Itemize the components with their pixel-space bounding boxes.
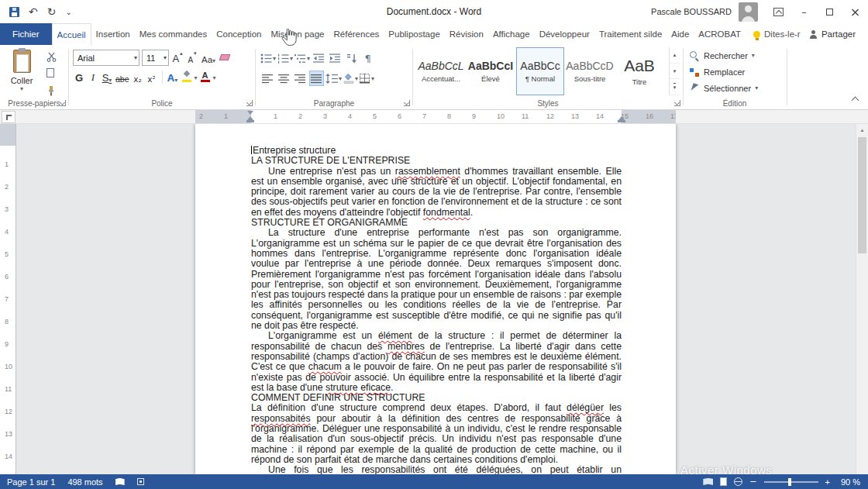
bullets-icon[interactable]: ▾: [260, 50, 276, 66]
align-left-icon[interactable]: [260, 71, 275, 86]
chevron-down-icon[interactable]: ▾: [132, 54, 137, 61]
tell-me[interactable]: Dites-le-r: [753, 23, 801, 45]
font-color-button[interactable]: A: [199, 70, 212, 85]
tab-publipostage[interactable]: Publipostage: [384, 23, 445, 45]
text-effects-button[interactable]: A▾: [167, 70, 179, 85]
font-dialog-launcher[interactable]: [246, 100, 253, 106]
collapse-ribbon-icon[interactable]: [852, 96, 859, 103]
scroll-up-icon[interactable]: ▴: [856, 124, 868, 136]
left-indent-marker[interactable]: [246, 120, 254, 122]
vertical-scrollbar[interactable]: ▴: [856, 124, 868, 474]
numbering-icon[interactable]: ▾: [277, 50, 293, 66]
user-avatar[interactable]: [739, 2, 758, 22]
underline-button[interactable]: S▾: [101, 70, 113, 85]
tab-références[interactable]: Références: [329, 23, 384, 45]
read-mode-icon[interactable]: [703, 478, 713, 485]
web-layout-icon[interactable]: [734, 477, 742, 486]
tab-aide[interactable]: Aide: [666, 23, 694, 45]
zoom-slider-thumb[interactable]: [788, 478, 791, 486]
tab-mes-commandes[interactable]: Mes commandes: [135, 23, 212, 45]
superscript-button[interactable]: x²: [146, 70, 158, 85]
increase-indent-icon[interactable]: [328, 50, 343, 66]
align-right-icon[interactable]: [293, 71, 308, 86]
italic-button[interactable]: I: [87, 70, 99, 85]
tab-traitement-silde[interactable]: Traitement silde: [594, 23, 666, 45]
borders-icon[interactable]: ▾: [360, 71, 374, 86]
save-icon[interactable]: [9, 7, 19, 17]
font-size-select[interactable]: 11 ▾: [142, 50, 169, 66]
document-text[interactable]: Entreprise structureLA STRUCTURE DE L'EN…: [251, 146, 622, 474]
style-accentuat[interactable]: AaBbCcLAccentuat...: [417, 47, 465, 95]
zoom-out-button[interactable]: −: [749, 477, 756, 487]
paragraph-dialog-launcher[interactable]: [404, 100, 410, 106]
minimize-button[interactable]: –: [791, 0, 817, 23]
shading-icon[interactable]: ▾: [343, 71, 358, 86]
align-center-icon[interactable]: [277, 71, 291, 86]
zoom-level[interactable]: 90 %: [837, 477, 860, 487]
multilevel-list-icon[interactable]: ▾: [294, 50, 310, 66]
clipboard-dialog-launcher[interactable]: [60, 100, 66, 106]
share-button[interactable]: Partager: [809, 23, 856, 45]
styles-dialog-launcher[interactable]: [674, 100, 680, 106]
justify-icon[interactable]: [309, 71, 324, 86]
font-family-select[interactable]: Arial ▾: [73, 50, 140, 66]
close-button[interactable]: ×: [842, 0, 868, 23]
tab-selector[interactable]: [2, 111, 16, 123]
style-titre[interactable]: AaBTitre: [615, 47, 663, 95]
rechercher-button[interactable]: Rechercher▾: [690, 47, 758, 64]
tab-insertion[interactable]: Insertion: [91, 23, 135, 45]
print-layout-icon[interactable]: [720, 477, 727, 486]
zoom-slider[interactable]: [764, 481, 818, 483]
change-case-button[interactable]: Aa▾: [201, 50, 216, 66]
highlight-color-button[interactable]: [181, 70, 193, 85]
paste-button[interactable]: Coller ▾: [5, 48, 39, 98]
tab-acrobat[interactable]: ACROBAT: [694, 23, 746, 45]
show-marks-icon[interactable]: ¶: [360, 50, 375, 66]
scrollbar-thumb[interactable]: [858, 137, 866, 253]
style-scroll-down-icon[interactable]: ▾: [670, 64, 680, 80]
style-gallery-more-icon[interactable]: ▾: [670, 79, 680, 95]
first-line-indent-marker[interactable]: [247, 111, 253, 115]
ribbon-display-options-icon[interactable]: [766, 0, 791, 23]
sort-icon[interactable]: [344, 50, 359, 66]
tab-révision[interactable]: Révision: [445, 23, 488, 45]
proofing-icon[interactable]: [115, 478, 125, 485]
word-count[interactable]: 498 mots: [67, 477, 102, 487]
shrink-font-button[interactable]: A▾: [186, 50, 198, 66]
document-page[interactable]: Entreprise structureLA STRUCTURE DE L'EN…: [195, 124, 676, 474]
tab-fichier[interactable]: Fichier: [0, 23, 52, 45]
copy-icon[interactable]: [43, 67, 59, 81]
ruler-number: 7: [5, 295, 9, 303]
zoom-in-button[interactable]: +: [825, 477, 830, 487]
bold-button[interactable]: G: [73, 70, 85, 85]
sélectionner-button[interactable]: Sélectionner▾: [690, 80, 758, 96]
tab-mise-en-page[interactable]: Mise en page: [266, 23, 329, 45]
redo-icon[interactable]: ↻: [47, 5, 57, 18]
style-sous-titre[interactable]: AaBbCcDSous-titre: [566, 47, 614, 95]
strikethrough-button[interactable]: abe: [115, 70, 130, 85]
chevron-down-icon[interactable]: ▾: [161, 54, 167, 61]
line-spacing-icon[interactable]: ▾: [326, 71, 342, 86]
subscript-button[interactable]: x₂: [132, 70, 144, 85]
decrease-indent-icon[interactable]: [312, 50, 326, 66]
paste-dropdown-icon[interactable]: ▾: [20, 85, 23, 92]
tab-développeur[interactable]: Développeur: [535, 23, 594, 45]
style-élevé[interactable]: AaBbCcIÉlevé: [467, 47, 515, 95]
page-indicator[interactable]: Page 1 sur 1: [7, 477, 55, 487]
remplacer-button[interactable]: Remplacer: [690, 64, 758, 80]
vertical-ruler[interactable]: 1234567891011121314: [0, 124, 16, 474]
tab-affichage[interactable]: Affichage: [488, 23, 535, 45]
cut-icon[interactable]: [43, 50, 59, 64]
tab-conception[interactable]: Conception: [212, 23, 266, 45]
qat-customize-icon[interactable]: ⌄: [65, 8, 71, 16]
format-painter-icon[interactable]: [43, 84, 59, 98]
horizontal-ruler[interactable]: 21 123456789101112131415161718: [195, 110, 676, 123]
maximize-button[interactable]: [817, 0, 842, 23]
clear-formatting-icon[interactable]: [219, 50, 231, 66]
undo-icon[interactable]: ↶: [29, 5, 38, 18]
macro-icon[interactable]: [137, 478, 144, 485]
grow-font-button[interactable]: A▴: [171, 50, 184, 66]
style-normal[interactable]: AaBbCc¶ Normal: [516, 47, 564, 95]
tab-accueil[interactable]: Accueil: [52, 23, 91, 45]
style-scroll-up-icon[interactable]: ▴: [670, 47, 680, 64]
